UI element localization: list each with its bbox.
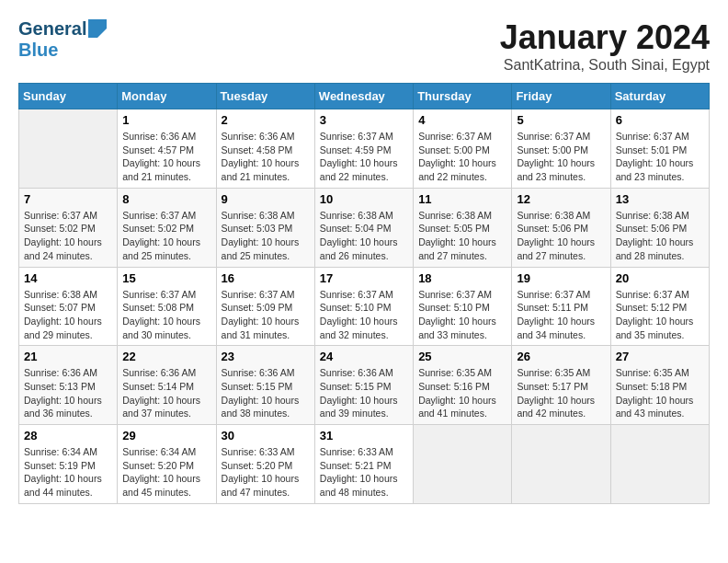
day-content: Sunrise: 6:35 AM Sunset: 5:17 PM Dayligh… — [517, 366, 605, 420]
day-content: Sunrise: 6:37 AM Sunset: 4:59 PM Dayligh… — [320, 130, 408, 184]
day-cell: 30Sunrise: 6:33 AM Sunset: 5:20 PM Dayli… — [216, 425, 314, 504]
calendar-table: SundayMondayTuesdayWednesdayThursdayFrid… — [18, 83, 710, 504]
day-cell: 25Sunrise: 6:35 AM Sunset: 5:16 PM Dayli… — [414, 346, 512, 425]
day-number: 15 — [122, 271, 210, 285]
day-content: Sunrise: 6:36 AM Sunset: 5:15 PM Dayligh… — [222, 366, 310, 420]
day-number: 5 — [517, 113, 605, 127]
day-cell: 4Sunrise: 6:37 AM Sunset: 5:00 PM Daylig… — [414, 109, 512, 189]
header-cell-sunday: Sunday — [19, 84, 118, 109]
day-cell: 23Sunrise: 6:36 AM Sunset: 5:15 PM Dayli… — [216, 346, 314, 425]
day-number: 25 — [418, 350, 506, 363]
day-cell: 6Sunrise: 6:37 AM Sunset: 5:01 PM Daylig… — [610, 109, 709, 189]
day-number: 12 — [517, 192, 605, 206]
day-cell: 16Sunrise: 6:37 AM Sunset: 5:09 PM Dayli… — [216, 267, 314, 346]
day-number: 10 — [320, 192, 408, 206]
day-content: Sunrise: 6:38 AM Sunset: 5:06 PM Dayligh… — [517, 209, 605, 263]
day-cell: 1Sunrise: 6:36 AM Sunset: 4:57 PM Daylig… — [118, 109, 216, 189]
header-cell-wednesday: Wednesday — [314, 84, 413, 109]
day-cell: 29Sunrise: 6:34 AM Sunset: 5:20 PM Dayli… — [118, 425, 216, 504]
day-cell: 17Sunrise: 6:37 AM Sunset: 5:10 PM Dayli… — [314, 267, 413, 346]
day-number: 30 — [222, 429, 310, 442]
day-content: Sunrise: 6:36 AM Sunset: 5:15 PM Dayligh… — [320, 366, 408, 420]
day-cell: 9Sunrise: 6:38 AM Sunset: 5:03 PM Daylig… — [216, 188, 314, 267]
day-content: Sunrise: 6:37 AM Sunset: 5:09 PM Dayligh… — [222, 288, 310, 342]
day-content: Sunrise: 6:38 AM Sunset: 5:04 PM Dayligh… — [320, 209, 408, 263]
day-cell: 20Sunrise: 6:37 AM Sunset: 5:12 PM Dayli… — [610, 267, 709, 346]
day-cell: 22Sunrise: 6:36 AM Sunset: 5:14 PM Dayli… — [118, 346, 216, 425]
week-row-1: 1Sunrise: 6:36 AM Sunset: 4:57 PM Daylig… — [19, 109, 710, 189]
week-row-2: 7Sunrise: 6:37 AM Sunset: 5:02 PM Daylig… — [19, 188, 710, 267]
day-cell: 27Sunrise: 6:35 AM Sunset: 5:18 PM Dayli… — [610, 346, 709, 425]
day-content: Sunrise: 6:37 AM Sunset: 5:02 PM Dayligh… — [122, 209, 210, 263]
week-row-3: 14Sunrise: 6:38 AM Sunset: 5:07 PM Dayli… — [19, 267, 710, 346]
day-content: Sunrise: 6:35 AM Sunset: 5:16 PM Dayligh… — [418, 366, 506, 420]
day-number: 11 — [418, 192, 506, 206]
day-number: 3 — [320, 113, 408, 127]
day-number: 14 — [24, 271, 112, 285]
day-cell: 18Sunrise: 6:37 AM Sunset: 5:10 PM Dayli… — [414, 267, 512, 346]
day-cell: 3Sunrise: 6:37 AM Sunset: 4:59 PM Daylig… — [314, 109, 413, 189]
day-cell: 5Sunrise: 6:37 AM Sunset: 5:00 PM Daylig… — [512, 109, 610, 189]
day-cell: 10Sunrise: 6:38 AM Sunset: 5:04 PM Dayli… — [314, 188, 413, 267]
day-content: Sunrise: 6:37 AM Sunset: 5:00 PM Dayligh… — [418, 130, 506, 184]
week-row-4: 21Sunrise: 6:36 AM Sunset: 5:13 PM Dayli… — [19, 346, 710, 425]
header-cell-friday: Friday — [512, 84, 610, 109]
day-cell — [512, 425, 610, 504]
day-cell: 8Sunrise: 6:37 AM Sunset: 5:02 PM Daylig… — [118, 188, 216, 267]
day-cell: 13Sunrise: 6:38 AM Sunset: 5:06 PM Dayli… — [610, 188, 709, 267]
week-row-5: 28Sunrise: 6:34 AM Sunset: 5:19 PM Dayli… — [19, 425, 710, 504]
svg-marker-0 — [88, 19, 107, 38]
logo-general: General — [18, 18, 86, 39]
day-content: Sunrise: 6:38 AM Sunset: 5:05 PM Dayligh… — [418, 209, 506, 263]
logo: General Blue — [18, 18, 107, 61]
day-content: Sunrise: 6:36 AM Sunset: 5:13 PM Dayligh… — [24, 366, 112, 420]
day-number: 17 — [320, 271, 408, 285]
day-content: Sunrise: 6:33 AM Sunset: 5:21 PM Dayligh… — [320, 445, 408, 500]
day-number: 29 — [122, 429, 210, 442]
day-number: 9 — [222, 192, 310, 206]
day-number: 18 — [418, 271, 506, 285]
day-number: 24 — [320, 350, 408, 363]
day-number: 27 — [616, 350, 704, 363]
header-row: SundayMondayTuesdayWednesdayThursdayFrid… — [19, 84, 710, 109]
day-number: 16 — [222, 271, 310, 285]
day-number: 20 — [616, 271, 704, 285]
day-number: 21 — [24, 350, 112, 363]
day-content: Sunrise: 6:37 AM Sunset: 5:01 PM Dayligh… — [616, 130, 704, 184]
day-cell: 24Sunrise: 6:36 AM Sunset: 5:15 PM Dayli… — [314, 346, 413, 425]
day-content: Sunrise: 6:37 AM Sunset: 5:10 PM Dayligh… — [320, 288, 408, 342]
day-number: 22 — [122, 350, 210, 363]
day-cell: 21Sunrise: 6:36 AM Sunset: 5:13 PM Dayli… — [19, 346, 118, 425]
day-number: 19 — [517, 271, 605, 285]
day-number: 31 — [320, 429, 408, 442]
day-cell: 2Sunrise: 6:36 AM Sunset: 4:58 PM Daylig… — [216, 109, 314, 189]
day-content: Sunrise: 6:34 AM Sunset: 5:19 PM Dayligh… — [24, 445, 112, 500]
day-content: Sunrise: 6:37 AM Sunset: 5:02 PM Dayligh… — [24, 209, 112, 263]
day-cell: 7Sunrise: 6:37 AM Sunset: 5:02 PM Daylig… — [19, 188, 118, 267]
day-cell: 15Sunrise: 6:37 AM Sunset: 5:08 PM Dayli… — [118, 267, 216, 346]
header-cell-saturday: Saturday — [610, 84, 709, 109]
day-content: Sunrise: 6:37 AM Sunset: 5:08 PM Dayligh… — [122, 288, 210, 342]
day-content: Sunrise: 6:38 AM Sunset: 5:03 PM Dayligh… — [222, 209, 310, 263]
day-content: Sunrise: 6:37 AM Sunset: 5:11 PM Dayligh… — [517, 288, 605, 342]
day-cell: 28Sunrise: 6:34 AM Sunset: 5:19 PM Dayli… — [19, 425, 118, 504]
header-cell-tuesday: Tuesday — [216, 84, 314, 109]
day-number: 8 — [122, 192, 210, 206]
day-number: 4 — [418, 113, 506, 127]
day-number: 23 — [222, 350, 310, 363]
page-header: General Blue January 2024 SantKatrina, S… — [18, 18, 710, 74]
day-number: 6 — [616, 113, 704, 127]
day-cell — [414, 425, 512, 504]
day-number: 28 — [24, 429, 112, 442]
day-number: 7 — [24, 192, 112, 206]
day-content: Sunrise: 6:38 AM Sunset: 5:06 PM Dayligh… — [616, 209, 704, 263]
day-content: Sunrise: 6:36 AM Sunset: 5:14 PM Dayligh… — [122, 366, 210, 420]
page-title: January 2024 — [500, 18, 710, 57]
day-cell: 14Sunrise: 6:38 AM Sunset: 5:07 PM Dayli… — [19, 267, 118, 346]
day-content: Sunrise: 6:36 AM Sunset: 4:57 PM Dayligh… — [122, 130, 210, 184]
header-cell-monday: Monday — [118, 84, 216, 109]
logo-icon — [88, 19, 107, 38]
day-content: Sunrise: 6:34 AM Sunset: 5:20 PM Dayligh… — [122, 445, 210, 500]
day-cell — [19, 109, 118, 189]
day-content: Sunrise: 6:33 AM Sunset: 5:20 PM Dayligh… — [222, 445, 310, 500]
